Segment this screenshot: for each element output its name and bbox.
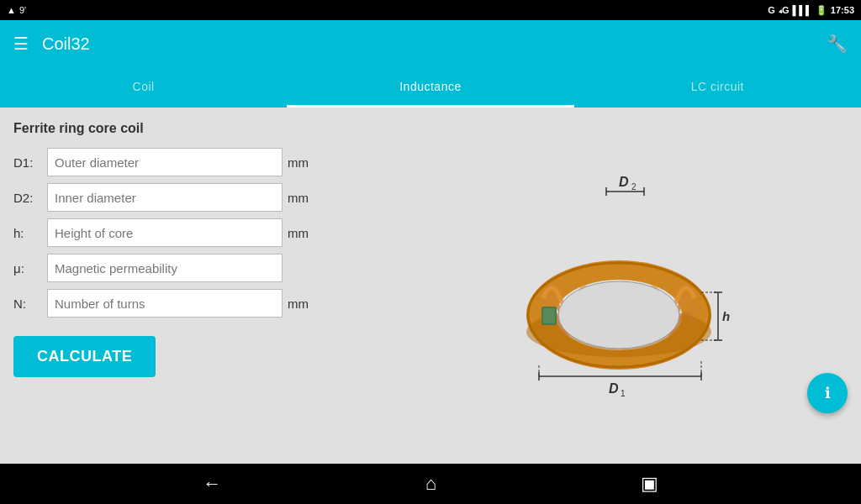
form-area: Ferrite ring core coil D1: mm D2: mm h: … [0,108,861,464]
app-title: Coil32 [42,34,813,54]
section-title: Ferrite ring core coil [13,121,367,136]
unit-d1: mm [288,155,318,170]
field-row-d1: D1: mm [13,146,367,178]
unit-h: mm [288,226,318,240]
svg-text:2: 2 [631,182,637,192]
tab-lc-circuit[interactable]: LC circuit [574,67,861,108]
field-label-h: h: [13,226,47,240]
status-right: G ₄G ▌▌▌ 🔋 17:53 [768,5,854,16]
field-label-d1: D1: [13,155,47,170]
right-panel: D 2 [373,121,848,450]
app-bar: ☰ Coil32 🔧 [0,20,861,67]
tab-coil[interactable]: Coil [0,67,287,108]
info-fab-button[interactable]: ℹ [807,373,848,413]
svg-text:D: D [609,381,619,396]
nav-bar: ← ⌂ ▣ [0,464,861,504]
field-label-mu: μ: [13,261,47,276]
input-d2[interactable] [47,183,283,212]
field-label-d2: D2: [13,191,47,205]
svg-point-9 [558,281,679,349]
status-text: 9' [19,5,26,15]
time-display: 17:53 [831,5,854,15]
status-left: ▲ 9' [7,5,26,15]
calculate-button[interactable]: CALCULATE [13,336,156,377]
input-mu[interactable] [47,254,283,282]
settings-icon[interactable]: 🔧 [827,34,848,54]
svg-text:D: D [619,175,629,189]
status-bar: ▲ 9' G ₄G ▌▌▌ 🔋 17:53 [0,0,861,20]
network-icon: G [768,5,775,15]
hamburger-menu-icon[interactable]: ☰ [13,34,29,54]
back-nav-icon[interactable]: ← [203,473,221,495]
svg-rect-11 [543,308,555,323]
input-n[interactable] [47,289,283,318]
svg-text:h: h [722,309,730,323]
tab-bar: Coil Inductance LC circuit [0,67,861,108]
signal-bars-icon: ▌▌▌ [792,5,811,15]
unit-d2: mm [288,191,318,205]
field-row-n: N: mm [13,287,367,319]
field-row-h: h: mm [13,217,367,249]
field-row-mu: μ: [13,252,367,284]
main-content: Ferrite ring core coil D1: mm D2: mm h: … [0,108,861,464]
tab-inductance[interactable]: Inductance [287,67,573,108]
battery-icon: 🔋 [816,5,827,16]
input-d1[interactable] [47,148,283,176]
field-label-n: N: [13,297,47,311]
coil-diagram: D 2 [476,168,745,403]
svg-text:1: 1 [621,389,626,398]
home-nav-icon[interactable]: ⌂ [425,473,436,495]
lte-icon: ₄G [779,5,790,16]
unit-n: mm [288,297,318,311]
recents-nav-icon[interactable]: ▣ [641,473,658,495]
field-row-d2: D2: mm [13,181,367,213]
left-panel: Ferrite ring core coil D1: mm D2: mm h: … [13,121,367,450]
info-icon: ℹ [825,384,831,402]
signal-icon: ▲ [7,5,16,15]
input-h[interactable] [47,218,283,247]
